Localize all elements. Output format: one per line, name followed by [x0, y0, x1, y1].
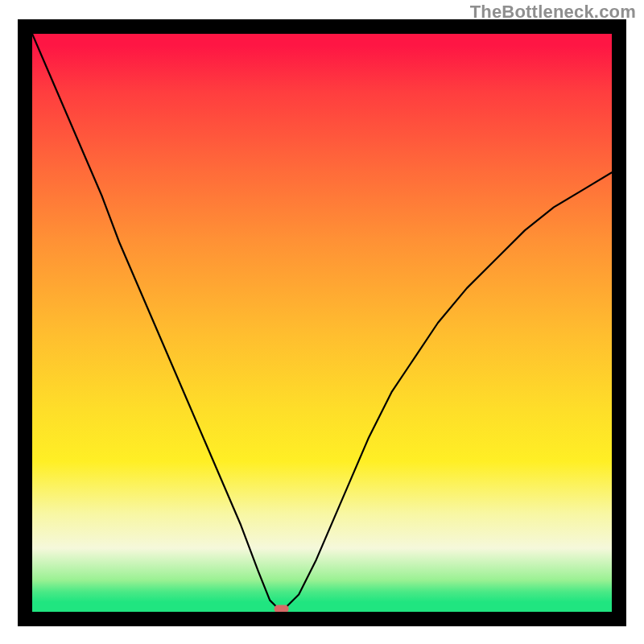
plot-area [32, 34, 612, 612]
chart-border [18, 19, 626, 626]
watermark-text: TheBottleneck.com [470, 2, 636, 23]
optimum-marker [275, 605, 289, 612]
chart-wrapper: TheBottleneck.com [0, 0, 644, 644]
curve-svg [32, 34, 612, 612]
bottleneck-curve [32, 34, 612, 609]
